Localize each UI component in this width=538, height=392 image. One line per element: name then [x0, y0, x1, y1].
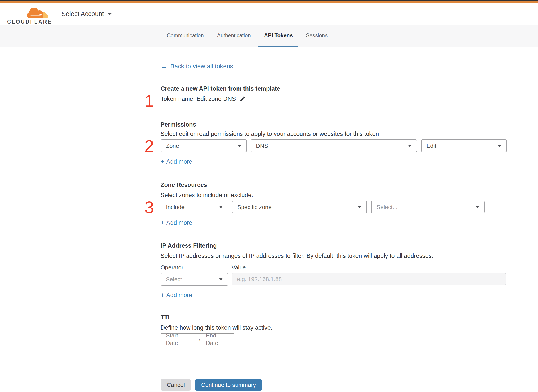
ttl-title: TTL	[161, 314, 507, 321]
chevron-down-icon	[475, 206, 479, 208]
chevron-down-icon	[219, 278, 223, 280]
permissions-add-more-link[interactable]: + Add more	[161, 158, 192, 165]
dropdown-placeholder: Select...	[377, 203, 398, 211]
permissions-section: Permissions Select edit or read permissi…	[161, 121, 507, 166]
tab-label: Sessions	[306, 32, 327, 39]
chevron-down-icon	[357, 206, 361, 208]
zone-resources-add-more-link[interactable]: + Add more	[161, 219, 192, 227]
dropdown-value: Edit	[426, 142, 436, 150]
ip-field-labels: Operator Value	[161, 264, 507, 271]
ttl-section: TTL Define how long this token will stay…	[161, 314, 507, 345]
chevron-down-icon	[219, 206, 223, 208]
cloudflare-wordmark: CLOUDFLARE	[7, 19, 52, 25]
step-annotation-2: 2	[145, 138, 154, 154]
ip-filtering-description: Select IP addresses or ranges of IP addr…	[161, 252, 507, 260]
zone-resources-title: Zone Resources	[161, 181, 507, 189]
dropdown-value: Zone	[166, 142, 179, 150]
brand-orange-bar	[0, 1, 538, 3]
zone-resources-section: Zone Resources Select zones to include o…	[161, 181, 507, 227]
footer-divider	[161, 370, 507, 370]
chevron-down-icon	[238, 145, 242, 147]
token-name-line: 1 Token name: Edit zone DNS	[161, 95, 507, 103]
tab-communication[interactable]: Communication	[161, 25, 210, 47]
zone-include-dropdown[interactable]: Include	[161, 201, 228, 213]
account-selector-label: Select Account	[61, 10, 104, 18]
permission-access-dropdown[interactable]: Edit	[421, 140, 507, 152]
permission-scope-dropdown[interactable]: Zone	[161, 140, 247, 152]
left-arrow-icon: ←	[161, 63, 167, 70]
step-annotation-1: 1	[145, 93, 154, 109]
end-date-label: End Date	[206, 332, 229, 347]
intro-section: Create a new API token from this templat…	[161, 85, 507, 103]
value-label: Value	[232, 264, 246, 271]
account-selector[interactable]: Select Account	[61, 10, 112, 18]
token-name-text: Token name: Edit zone DNS	[161, 95, 236, 103]
tab-label: Communication	[167, 32, 204, 39]
ip-filtering-add-more-link[interactable]: + Add more	[161, 291, 192, 299]
permission-category-dropdown[interactable]: DNS	[251, 140, 417, 152]
dropdown-value: Specific zone	[237, 203, 272, 211]
chevron-down-icon	[497, 145, 501, 147]
ip-value-input[interactable]	[232, 273, 506, 285]
zone-resources-row: 3 Include Specific zone Select...	[161, 201, 507, 213]
right-arrow-icon: →	[195, 336, 201, 343]
cloudflare-cloud-icon	[27, 8, 49, 19]
tab-sessions[interactable]: Sessions	[300, 25, 333, 47]
footer-actions: Cancel Continue to summary	[161, 379, 507, 391]
back-to-tokens-link[interactable]: ← Back to view all tokens	[161, 62, 233, 70]
tab-authentication[interactable]: Authentication	[211, 25, 257, 47]
ip-filtering-section: IP Address Filtering Select IP addresses…	[161, 242, 507, 299]
zone-resources-description: Select zones to include or exclude.	[161, 191, 507, 199]
ttl-date-range-picker[interactable]: Start Date → End Date	[161, 333, 234, 345]
add-more-label: Add more	[166, 158, 192, 165]
profile-tabs: Communication Authentication API Tokens …	[0, 25, 538, 47]
permissions-title: Permissions	[161, 121, 507, 128]
chevron-down-icon	[408, 145, 412, 147]
tab-label: API Tokens	[264, 32, 293, 39]
permissions-row: 2 Zone DNS Edit	[161, 140, 507, 152]
dropdown-value: Include	[166, 203, 184, 211]
app-header: CLOUDFLARE Select Account	[0, 3, 538, 25]
permissions-description: Select edit or read permissions to apply…	[161, 130, 507, 138]
operator-label: Operator	[161, 264, 232, 271]
dropdown-placeholder: Select...	[166, 275, 187, 283]
zone-select-dropdown[interactable]: Select...	[371, 201, 485, 213]
continue-to-summary-button[interactable]: Continue to summary	[195, 379, 262, 391]
zone-scope-dropdown[interactable]: Specific zone	[232, 201, 367, 213]
cancel-button[interactable]: Cancel	[161, 379, 191, 391]
ip-filtering-row: Select...	[161, 273, 507, 285]
cloudflare-logo[interactable]: CLOUDFLARE	[7, 5, 48, 23]
plus-icon: +	[161, 219, 164, 227]
operator-select-dropdown[interactable]: Select...	[161, 273, 228, 285]
add-more-label: Add more	[166, 219, 192, 227]
start-date-label: Start Date	[166, 332, 191, 347]
add-more-label: Add more	[166, 291, 192, 299]
back-link-label: Back to view all tokens	[170, 62, 233, 70]
api-token-template-page: CLOUDFLARE Select Account Communication …	[0, 0, 538, 392]
main-content: ← Back to view all tokens Create a new A…	[161, 47, 507, 391]
ip-filtering-title: IP Address Filtering	[161, 242, 507, 249]
edit-pencil-icon[interactable]	[239, 96, 245, 102]
page-title: Create a new API token from this templat…	[161, 85, 507, 93]
plus-icon: +	[161, 158, 164, 165]
dropdown-value: DNS	[256, 142, 268, 150]
plus-icon: +	[161, 291, 164, 299]
chevron-down-icon	[108, 13, 112, 15]
tab-api-tokens[interactable]: API Tokens	[258, 25, 299, 47]
ttl-description: Define how long this token will stay act…	[161, 324, 507, 331]
tab-label: Authentication	[217, 32, 251, 39]
step-annotation-3: 3	[145, 199, 154, 216]
